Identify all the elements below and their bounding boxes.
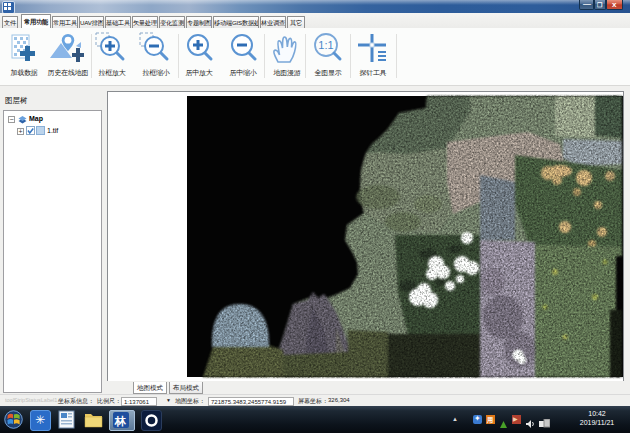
svg-text:1:1: 1:1: [318, 39, 333, 51]
